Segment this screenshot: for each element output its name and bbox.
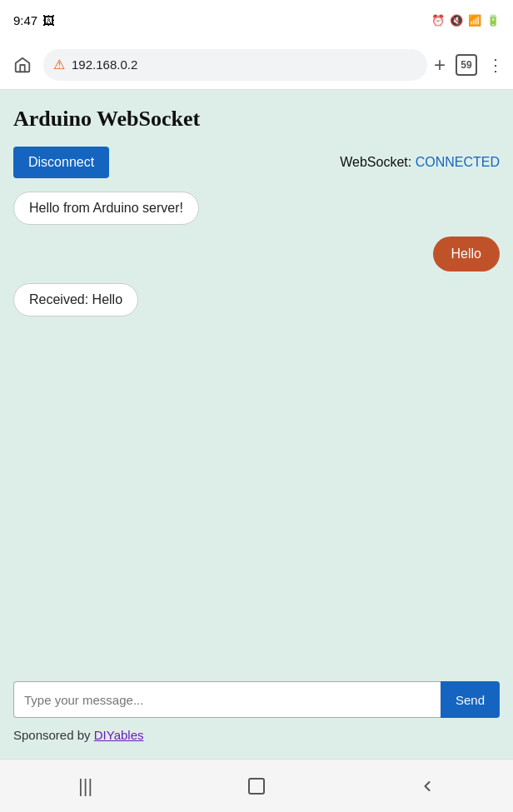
sponsored-text: Sponsored by DIYables — [13, 728, 500, 742]
controls-row: Disconnect WebSocket: CONNECTED — [13, 147, 500, 178]
chrome-actions: + 59 ⋮ — [434, 54, 505, 76]
message-text-2: Hello — [451, 247, 481, 261]
nav-back-button[interactable] — [409, 768, 446, 805]
disconnect-button[interactable]: Disconnect — [13, 147, 109, 178]
nav-bar: ||| — [0, 759, 513, 812]
nav-menu-button[interactable]: ||| — [67, 768, 104, 805]
message-input[interactable] — [13, 681, 441, 718]
tab-count[interactable]: 59 — [456, 54, 477, 76]
status-bar-right: ⏰ 🔇 📶 🔋 — [431, 14, 500, 27]
photo-icon: 🖼 — [42, 13, 55, 27]
diyables-link[interactable]: DIYables — [94, 728, 144, 742]
wifi-icon: 📶 — [468, 14, 481, 27]
alarm-icon: ⏰ — [431, 14, 445, 27]
add-tab-button[interactable]: + — [434, 55, 446, 75]
send-button[interactable]: Send — [441, 681, 500, 718]
ws-status-value: CONNECTED — [416, 155, 500, 169]
nav-home-button[interactable] — [238, 768, 275, 805]
browser-menu-button[interactable]: ⋮ — [487, 55, 505, 75]
svg-rect-0 — [249, 779, 264, 794]
page-title: Arduino WebSocket — [13, 107, 500, 132]
browser-chrome: ⚠ 192.168.0.2 + 59 ⋮ — [0, 40, 513, 90]
home-button[interactable] — [8, 51, 37, 79]
message-text-1: Hello from Arduino server! — [29, 201, 183, 215]
websocket-status: WebSocket: CONNECTED — [340, 155, 500, 170]
page-content: Arduino WebSocket Disconnect WebSocket: … — [0, 90, 513, 759]
ws-label: WebSocket: — [340, 155, 415, 169]
mute-icon: 🔇 — [450, 14, 463, 27]
message-input-row: Send — [13, 681, 500, 718]
status-time: 9:47 — [13, 13, 37, 27]
warning-icon: ⚠ — [53, 57, 65, 72]
battery-icon: 🔋 — [486, 14, 500, 27]
status-bar: 9:47 🖼 ⏰ 🔇 📶 🔋 — [0, 0, 513, 40]
message-bubble-hello: Hello — [433, 237, 500, 271]
address-bar[interactable]: ⚠ 192.168.0.2 — [43, 49, 427, 81]
message-bubble-server: Hello from Arduino server! — [13, 192, 199, 225]
message-text-3: Received: Hello — [29, 292, 122, 306]
status-bar-left: 9:47 🖼 — [13, 13, 55, 27]
chat-area: Hello from Arduino server! Hello Receive… — [13, 192, 500, 665]
message-bubble-received: Received: Hello — [13, 283, 138, 316]
address-text: 192.168.0.2 — [72, 57, 137, 72]
